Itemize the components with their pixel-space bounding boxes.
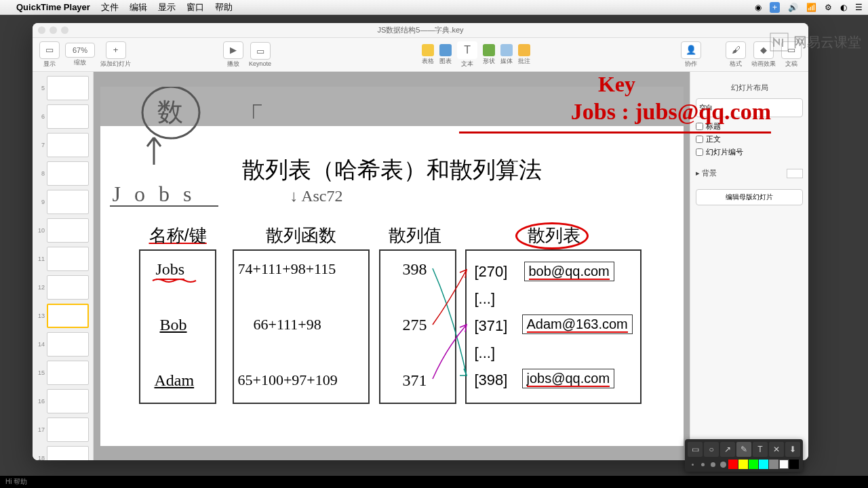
slide-thumb-18[interactable] (47, 446, 89, 460)
handwriting-jobs-email: Jobs : jubs@qq.com (571, 99, 771, 125)
canvas[interactable]: 数 「 散列表（哈希表）和散列算法 J o b s ↓ Asc72 名称/键 散… (94, 72, 690, 460)
slide-thumb-15[interactable] (47, 361, 89, 385)
menubar-right: ◉ + 🔊 📶 ⚙ ◐ ☰ (755, 2, 863, 13)
zoom-select[interactable]: 67% (65, 43, 95, 58)
inspector: 幻灯片布局 空白 标题 正文 幻灯片编号 ▸ 背景 编辑母版幻灯片 (690, 72, 808, 460)
slide-thumb-6[interactable] (47, 104, 89, 129)
wifi-icon[interactable]: 🔊 (788, 3, 798, 12)
traffic-lights (38, 26, 68, 34)
name-bob: Bob (160, 316, 187, 334)
slide-thumb-5[interactable] (47, 76, 89, 100)
volume-icon[interactable]: 📶 (806, 3, 816, 12)
circle-tool[interactable]: ○ (704, 442, 719, 457)
bg-swatch[interactable] (787, 169, 803, 178)
text-button[interactable]: T (457, 41, 477, 59)
idx-3: [...] (475, 344, 496, 362)
handwriting-red-line (459, 131, 771, 134)
menu-view[interactable]: 显示 (158, 1, 176, 14)
color-green[interactable] (749, 460, 758, 469)
func-1: 66+111+98 (254, 316, 321, 333)
rect-tool[interactable]: ▭ (688, 442, 703, 457)
hash-1: 275 (403, 316, 427, 334)
pen-tool[interactable]: ✎ (736, 442, 751, 457)
app-name[interactable]: QuickTime Player (16, 2, 90, 12)
annotation-toolbar[interactable]: ▭ ○ ↗ ✎ T ✕ ⬇ (685, 439, 803, 472)
thumbnail-panel[interactable]: 5 6 7 8 9 10 11 12 13 14 15 16 17 18 (33, 72, 94, 460)
size-l[interactable] (718, 460, 728, 469)
slide-thumb-13[interactable] (47, 304, 89, 328)
comment-button[interactable] (518, 44, 530, 56)
play-button[interactable]: ▶ (223, 41, 243, 59)
slide-thumb-7[interactable] (47, 133, 89, 157)
slide-thumb-12[interactable] (47, 275, 89, 300)
arrow-tool[interactable]: ↗ (720, 442, 735, 457)
handwriting-ascii: ↓ Asc72 (290, 187, 343, 205)
edit-master-button[interactable]: 编辑母版幻灯片 (696, 189, 803, 205)
func-0: 74+111+98+115 (238, 260, 336, 278)
menu-window[interactable]: 窗口 (186, 1, 204, 14)
handwriting-underline (110, 205, 218, 207)
size-xs[interactable] (688, 460, 697, 469)
name-adam: Adam (155, 371, 195, 390)
email-1: Adam@163.com (522, 314, 633, 334)
clock-icon[interactable]: ◐ (840, 3, 847, 12)
search-icon[interactable]: ☰ (855, 3, 863, 12)
footer: Hi 帮助 (0, 476, 868, 488)
menu-edit[interactable]: 编辑 (130, 1, 147, 14)
slide-thumb-16[interactable] (47, 389, 89, 413)
zoom-button[interactable] (61, 26, 68, 34)
color-cyan[interactable] (759, 460, 768, 469)
shape-button[interactable] (483, 44, 495, 56)
chk-number[interactable] (696, 148, 703, 156)
color-black[interactable] (789, 460, 799, 469)
menu-help[interactable]: 帮助 (215, 1, 233, 14)
keynote-button[interactable]: ▭ (250, 42, 271, 60)
chk-body[interactable] (696, 136, 703, 143)
table-button[interactable] (422, 44, 434, 56)
slide-thumb-8[interactable] (47, 161, 89, 186)
insp-title: 幻灯片布局 (696, 83, 803, 93)
slide-thumb-17[interactable] (47, 418, 89, 442)
record-icon[interactable]: ◉ (755, 3, 762, 12)
idx-2: [371] (475, 317, 508, 335)
view-button[interactable]: ▭ (39, 41, 60, 59)
red-oval (515, 222, 589, 249)
slide[interactable]: 数 「 散列表（哈希表）和散列算法 J o b s ↓ Asc72 名称/键 散… (100, 87, 684, 446)
slide-thumb-11[interactable] (47, 247, 89, 271)
close-button[interactable] (38, 26, 45, 34)
func-2: 65+100+97+109 (238, 371, 338, 389)
media-button[interactable] (500, 44, 513, 56)
bluetooth-icon[interactable]: ⚙ (825, 3, 832, 12)
size-s[interactable] (698, 460, 707, 469)
plus-icon[interactable]: + (770, 2, 780, 13)
handwriting-key: Key (598, 72, 635, 97)
col-head-hash: 散列值 (389, 224, 441, 247)
idx-1: [...] (475, 290, 496, 308)
save-tool[interactable]: ⬇ (785, 442, 800, 457)
color-red[interactable] (728, 460, 738, 469)
slide-thumb-9[interactable] (47, 190, 89, 214)
color-yellow[interactable] (738, 460, 748, 469)
email-0: bob@qq.com (524, 262, 614, 281)
hash-0: 398 (403, 260, 427, 279)
chart-button[interactable] (439, 44, 452, 56)
color-gray[interactable] (769, 460, 778, 469)
text-tool[interactable]: T (753, 442, 768, 457)
hash-2: 371 (403, 371, 427, 390)
add-slide-button[interactable]: + (106, 41, 126, 59)
idx-0: [270] (475, 263, 508, 281)
handwriting-bracket: 「 (236, 99, 264, 137)
slide-thumb-10[interactable] (47, 218, 89, 243)
menu-file[interactable]: 文件 (101, 1, 119, 14)
main-area: 5 6 7 8 9 10 11 12 13 14 15 16 17 18 (33, 72, 808, 460)
format-button[interactable]: 🖌 (726, 41, 746, 59)
keynote-window: JS数据结构5——字典.key ▭显示 67%缩放 +添加幻灯片 ▶播放 ▭Ke… (33, 23, 808, 460)
close-tool[interactable]: ✕ (769, 442, 784, 457)
slide-thumb-14[interactable] (47, 332, 89, 357)
collab-button[interactable]: 👤 (681, 41, 701, 59)
name-jobs: Jobs (156, 260, 185, 280)
size-m[interactable] (708, 460, 717, 469)
color-white[interactable] (779, 460, 789, 469)
desktop: JS数据结构5——字典.key ▭显示 67%缩放 +添加幻灯片 ▶播放 ▭Ke… (0, 15, 868, 488)
minimize-button[interactable] (50, 26, 57, 34)
